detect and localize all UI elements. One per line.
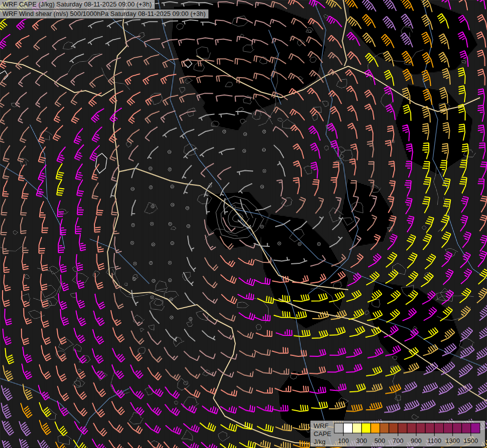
title-line-cape: WRF CAPE (J/kg) Saturday 08-11-2025 09:0… xyxy=(0,0,155,9)
calm-wind-dot xyxy=(318,243,319,244)
calm-wind-dot xyxy=(264,170,265,171)
calm-wind-dot xyxy=(264,131,265,132)
calm-wind-dot xyxy=(150,262,151,263)
colorbar-cell xyxy=(471,423,480,433)
weather-map-stage: WRF CAPE (J/kg) Saturday 08-11-2025 09:0… xyxy=(0,0,487,448)
map-title: WRF CAPE (J/kg) Saturday 08-11-2025 09:0… xyxy=(0,0,209,19)
calm-wind-dot xyxy=(262,226,263,227)
colorbar-cell xyxy=(380,423,389,433)
colorbar-tick-label: 1100 xyxy=(427,437,441,445)
legend-label-unit: J/kg xyxy=(314,438,331,446)
calm-wind-dot xyxy=(172,243,173,244)
calm-wind-dot xyxy=(187,208,188,209)
calm-wind-dot xyxy=(172,204,173,205)
colorbar-cell xyxy=(389,423,398,433)
legend-label-field: CAPE xyxy=(314,430,331,438)
calm-wind-dot xyxy=(299,243,300,244)
colorbar-cell xyxy=(462,423,471,433)
legend-label-model: WRF xyxy=(314,422,331,430)
calm-wind-dot xyxy=(188,225,189,226)
colorbar-tick-label: 500 xyxy=(375,437,386,445)
calm-wind-dot xyxy=(170,280,171,281)
calm-wind-dot xyxy=(169,169,170,170)
calm-wind-dot xyxy=(245,133,246,134)
calm-wind-dot xyxy=(150,168,151,169)
calm-wind-dot xyxy=(224,131,225,132)
colorbar-cell xyxy=(425,423,434,433)
colorbar-cell xyxy=(343,423,352,433)
calm-wind-dot xyxy=(152,206,153,207)
calm-wind-dot xyxy=(279,243,280,244)
calm-wind-dot xyxy=(134,263,135,264)
calm-wind-dot xyxy=(132,242,133,243)
colorbar-tick-label: 900 xyxy=(411,437,422,445)
calm-wind-dot xyxy=(151,224,152,224)
colorbar-tick-label: 700 xyxy=(392,437,403,445)
colorbar-cell xyxy=(334,423,343,433)
colorbar-cell xyxy=(371,423,380,433)
colorbar-tick-label: 1300 xyxy=(445,437,460,445)
calm-wind-dot xyxy=(150,187,151,188)
colorbar-cell xyxy=(362,423,371,433)
legend-labels: WRF CAPE J/kg xyxy=(314,422,331,446)
colorbar-cell xyxy=(444,423,453,433)
calm-wind-dot xyxy=(153,280,154,281)
calm-wind-dot xyxy=(244,150,245,151)
calm-wind-dot xyxy=(170,262,171,263)
calm-wind-dot xyxy=(152,297,153,298)
calm-wind-dot xyxy=(134,278,135,279)
colorbar-cell xyxy=(434,423,443,433)
title-line-shear: WRF Wind shear (m/s) 500/1000hPa Saturda… xyxy=(0,9,209,19)
colorbar-cell xyxy=(407,423,416,433)
weather-map-canvas xyxy=(0,0,487,448)
colorbar-cell xyxy=(416,423,425,433)
calm-wind-dot xyxy=(153,244,154,245)
calm-wind-dot xyxy=(132,189,133,190)
calm-wind-dot xyxy=(172,186,173,187)
colorbar-tick-label: 100 xyxy=(338,437,349,445)
colorbar-tick-label: 1500 xyxy=(464,437,478,445)
calm-wind-dot xyxy=(171,299,172,300)
colorbar-cell xyxy=(453,423,462,433)
calm-wind-dot xyxy=(171,317,172,318)
calm-wind-dot xyxy=(170,224,171,224)
calm-wind-dot xyxy=(262,186,263,187)
calm-wind-dot xyxy=(169,151,170,152)
colorbar-tick-label: 300 xyxy=(356,437,367,445)
cape-legend: WRF CAPE J/kg 10030050070090011001300150… xyxy=(310,420,486,447)
cape-colorbar: 100300500700900110013001500 xyxy=(334,423,482,446)
calm-wind-dot xyxy=(133,224,134,225)
calm-wind-dot xyxy=(264,149,265,150)
colorbar-cell xyxy=(353,423,362,433)
colorbar-cell xyxy=(398,423,407,433)
calm-wind-dot xyxy=(190,319,191,320)
